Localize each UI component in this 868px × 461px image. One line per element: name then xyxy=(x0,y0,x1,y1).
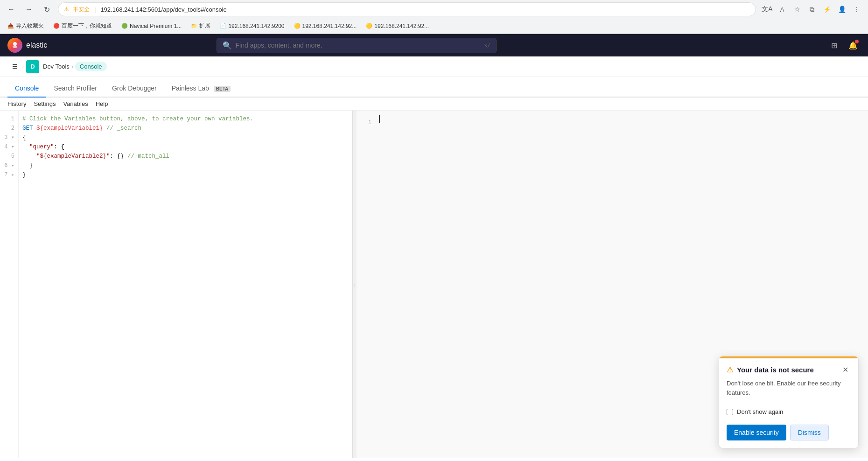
elastic-logo-icon xyxy=(11,41,19,49)
bookmark-import-icon: 📥 xyxy=(7,23,14,29)
display-button[interactable]: ⊞ xyxy=(827,38,842,53)
bookmark-es1-icon: 📄 xyxy=(220,23,226,29)
tab-groups-button[interactable]: ⧉ xyxy=(805,3,819,16)
code-line-2: GET ${exampleVariable1} // _search xyxy=(19,124,352,133)
popup-actions: Enable security Dismiss xyxy=(719,421,858,448)
tabs-bar: Console Search Profiler Grok Debugger Pa… xyxy=(0,77,868,98)
code-line-5: "${exampleVariable2}": {} // match_all xyxy=(19,152,352,161)
elastic-logo-circle xyxy=(7,38,22,53)
address-bar[interactable]: ⚠ 不安全 | 192.168.241.142:5601/app/dev_too… xyxy=(58,2,756,16)
notification-dot xyxy=(855,40,859,43)
console-container: 1 2 3 ▾ 4 ▾ 5 6 ▸ 7 ▸ # Click the Variab… xyxy=(0,111,868,458)
line-numbers: 1 2 3 ▾ 4 ▾ 5 6 ▸ 7 ▸ xyxy=(0,111,19,458)
security-popup: ⚠ Your data is not secure ✕ Don't lose o… xyxy=(719,356,859,448)
popup-title: ⚠ Your data is not secure xyxy=(727,365,814,374)
profiles-button[interactable]: 👤 xyxy=(835,3,848,16)
breadcrumb-separator: › xyxy=(71,63,73,70)
popup-description: Don't lose one bit. Enable our free secu… xyxy=(727,379,851,397)
dismiss-button[interactable]: Dismiss xyxy=(790,425,829,440)
security-warning-icon: ⚠ xyxy=(64,6,69,13)
bookmark-extensions-icon: 📁 xyxy=(191,23,197,29)
line-num-7: 7 ▸ xyxy=(0,170,18,180)
bookmark-es2[interactable]: 🟡 192.168.241.142:92... xyxy=(290,22,361,30)
user-avatar: D xyxy=(26,60,39,73)
elastic-search-input[interactable] xyxy=(236,42,481,49)
svg-point-1 xyxy=(13,45,17,48)
bookmarks-bar: 📥 导入收藏夹 🔴 百度一下，你就知道 🟢 Navicat Premium 1.… xyxy=(0,19,868,34)
popup-title-text: Your data is not secure xyxy=(737,366,814,374)
bookmark-es2-icon: 🟡 xyxy=(294,23,301,29)
line-num-1: 1 xyxy=(0,114,18,124)
elastic-logo[interactable]: elastic xyxy=(7,38,47,53)
history-button[interactable]: History xyxy=(7,100,26,107)
breadcrumb-console: Console xyxy=(75,62,107,71)
bookmark-import-label: 导入收藏夹 xyxy=(16,22,44,30)
bookmark-import[interactable]: 📥 导入收藏夹 xyxy=(4,21,48,31)
elastic-nav-right: ⊞ 🔔 xyxy=(827,38,861,53)
help-button[interactable]: Help xyxy=(96,100,108,107)
output-line-numbers: 1 xyxy=(357,111,375,458)
bookmark-baidu-label: 百度一下，你就知道 xyxy=(62,22,112,30)
bookmark-navicat[interactable]: 🟢 Navicat Premium 1... xyxy=(118,22,185,30)
svg-point-0 xyxy=(13,42,17,46)
refresh-button[interactable]: ↻ xyxy=(40,3,53,16)
warning-triangle-icon: ⚠ xyxy=(727,365,733,374)
code-line-7: } xyxy=(19,170,352,180)
bookmark-baidu[interactable]: 🔴 百度一下，你就知道 xyxy=(49,21,116,31)
bookmark-es2-label: 192.168.241.142:92... xyxy=(302,23,357,29)
popup-close-button[interactable]: ✕ xyxy=(840,364,851,375)
dont-show-checkbox[interactable] xyxy=(727,409,733,415)
bookmark-extensions[interactable]: 📁 扩展 xyxy=(187,21,214,31)
bookmark-navicat-icon: 🟢 xyxy=(121,23,128,29)
bookmark-es3-icon: 🟡 xyxy=(366,23,372,29)
code-line-3: { xyxy=(19,133,352,142)
bookmark-baidu-icon: 🔴 xyxy=(53,23,60,29)
tab-console[interactable]: Console xyxy=(7,80,46,98)
output-line-num-1: 1 xyxy=(357,114,375,127)
popup-body: Don't lose one bit. Enable our free secu… xyxy=(719,379,858,403)
menu-button[interactable]: ⋮ xyxy=(850,3,863,16)
beta-badge: BETA xyxy=(214,86,231,92)
bookmark-extensions-label: 扩展 xyxy=(199,22,210,30)
bookmark-es1[interactable]: 📄 192.168.241.142:9200 xyxy=(216,22,288,30)
dont-show-label: Don't show again xyxy=(737,408,783,415)
cursor xyxy=(379,115,380,123)
pane-divider[interactable]: ⋮ xyxy=(353,111,357,458)
line-num-6: 6 ▸ xyxy=(0,161,18,170)
code-line-6: } xyxy=(19,161,352,170)
breadcrumb-bar: ☰ D Dev Tools › Console xyxy=(0,56,868,77)
popup-checkbox-row: Don't show again xyxy=(719,403,858,421)
code-line-1: # Click the Variables button, above, to … xyxy=(19,114,352,124)
bookmark-es3-label: 192.168.241.142:92... xyxy=(374,23,429,29)
editor-content[interactable]: # Click the Variables button, above, to … xyxy=(19,111,352,458)
line-num-5: 5 xyxy=(0,152,18,161)
popup-header: ⚠ Your data is not secure ✕ xyxy=(719,358,858,379)
font-size-button[interactable]: A xyxy=(776,3,789,16)
tab-painless-lab[interactable]: Painless Lab BETA xyxy=(164,80,238,98)
elastic-search-bar[interactable]: 🔍 ⌥/ xyxy=(217,38,497,53)
forward-button[interactable]: → xyxy=(22,3,35,16)
translate-button[interactable]: 文A xyxy=(761,3,774,16)
breadcrumb-devtools[interactable]: Dev Tools xyxy=(43,63,70,70)
variables-button[interactable]: Variables xyxy=(63,100,88,107)
search-shortcut: ⌥/ xyxy=(484,42,490,49)
extensions-button[interactable]: ⚡ xyxy=(820,3,833,16)
notifications-button[interactable]: 🔔 xyxy=(846,38,861,53)
enable-security-button[interactable]: Enable security xyxy=(727,425,786,440)
search-icon: 🔍 xyxy=(223,41,232,50)
address-text: 192.168.241.142:5601/app/dev_tools#/cons… xyxy=(100,6,226,13)
tab-grok-debugger[interactable]: Grok Debugger xyxy=(105,80,164,98)
bookmark-es1-label: 192.168.241.142:9200 xyxy=(228,23,284,29)
sub-toolbar: History Settings Variables Help xyxy=(0,98,868,111)
tab-search-profiler[interactable]: Search Profiler xyxy=(46,80,105,98)
hamburger-menu-button[interactable]: ☰ xyxy=(7,59,22,74)
bookmark-navicat-label: Navicat Premium 1... xyxy=(130,23,182,29)
elastic-navbar: elastic 🔍 ⌥/ ⊞ 🔔 xyxy=(0,34,868,56)
settings-button[interactable]: Settings xyxy=(34,100,56,107)
back-button[interactable]: ← xyxy=(5,3,18,16)
line-num-3: 3 ▾ xyxy=(0,133,18,142)
editor-pane[interactable]: 1 2 3 ▾ 4 ▾ 5 6 ▸ 7 ▸ # Click the Variab… xyxy=(0,111,353,458)
bookmark-es3[interactable]: 🟡 192.168.241.142:92... xyxy=(362,22,433,30)
security-text: 不安全 xyxy=(73,6,90,14)
bookmark-star-button[interactable]: ☆ xyxy=(791,3,804,16)
